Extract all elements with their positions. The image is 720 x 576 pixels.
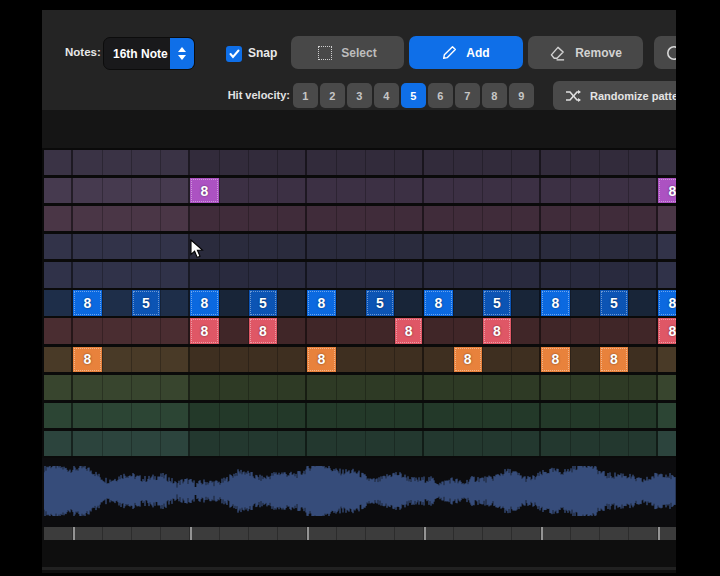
grid-cell[interactable]	[629, 150, 658, 175]
grid-cell[interactable]	[278, 375, 307, 400]
grid-cell[interactable]: 8	[73, 347, 102, 372]
grid-cell[interactable]	[161, 347, 190, 372]
grid-cell[interactable]	[249, 431, 278, 456]
grid-cell[interactable]	[44, 150, 73, 175]
velocity-button-5[interactable]: 5	[401, 83, 426, 108]
grid-cell[interactable]	[161, 206, 190, 231]
grid-cell[interactable]	[161, 262, 190, 287]
grid-cell[interactable]	[424, 431, 453, 456]
clipped-toolbar-button[interactable]	[654, 36, 676, 69]
grid-cell[interactable]	[395, 290, 424, 315]
grid-cell[interactable]: 8	[541, 347, 570, 372]
grid-cell[interactable]: 8	[483, 318, 512, 343]
grid-cell[interactable]	[337, 150, 366, 175]
grid-cell[interactable]	[103, 150, 132, 175]
grid-cell[interactable]: 5	[483, 290, 512, 315]
grid-cell[interactable]	[658, 375, 676, 400]
grid-cell[interactable]	[395, 262, 424, 287]
grid-cell[interactable]	[454, 431, 483, 456]
grid-cell[interactable]	[424, 375, 453, 400]
grid-cell[interactable]	[366, 347, 395, 372]
grid-cell[interactable]	[73, 234, 102, 259]
grid-cell[interactable]	[629, 206, 658, 231]
grid-cell[interactable]	[44, 234, 73, 259]
grid-cell[interactable]	[483, 206, 512, 231]
grid-cell[interactable]	[658, 431, 676, 456]
grid-cell[interactable]	[220, 347, 249, 372]
note-cell[interactable]: 5	[483, 290, 511, 315]
grid-cell[interactable]	[249, 347, 278, 372]
grid-cell[interactable]	[278, 262, 307, 287]
scrub-segment[interactable]	[395, 527, 424, 540]
grid-cell[interactable]	[337, 375, 366, 400]
grid-cell[interactable]	[658, 206, 676, 231]
scrub-segment[interactable]	[161, 527, 190, 540]
grid-cell[interactable]	[541, 318, 570, 343]
grid-cell[interactable]: 8	[73, 290, 102, 315]
grid-cell[interactable]	[73, 150, 102, 175]
grid-cell[interactable]	[454, 234, 483, 259]
grid-cell[interactable]	[629, 234, 658, 259]
grid-cell[interactable]: 8	[190, 178, 219, 203]
grid-cell[interactable]	[220, 431, 249, 456]
grid-cell[interactable]	[249, 234, 278, 259]
grid-cell[interactable]	[571, 403, 600, 428]
snap-checkbox[interactable]	[226, 46, 242, 62]
grid-cell[interactable]	[454, 206, 483, 231]
grid-cell[interactable]	[395, 178, 424, 203]
grid-cell[interactable]	[571, 431, 600, 456]
grid-cell[interactable]	[44, 206, 73, 231]
grid-cell[interactable]	[103, 375, 132, 400]
velocity-button-7[interactable]: 7	[455, 83, 480, 108]
grid-cell[interactable]	[278, 290, 307, 315]
note-cell[interactable]: 8	[190, 290, 218, 315]
grid-cell[interactable]	[541, 262, 570, 287]
grid-cell[interactable]	[454, 290, 483, 315]
scrub-segment[interactable]	[629, 527, 658, 540]
grid-cell[interactable]	[103, 403, 132, 428]
grid-cell[interactable]	[44, 403, 73, 428]
grid-cell[interactable]	[512, 290, 541, 315]
grid-cell[interactable]	[512, 347, 541, 372]
grid-cell[interactable]	[395, 150, 424, 175]
grid-cell[interactable]	[103, 234, 132, 259]
grid-cell[interactable]	[483, 431, 512, 456]
grid-cell[interactable]	[541, 178, 570, 203]
grid-cell[interactable]	[395, 403, 424, 428]
grid-cell[interactable]	[103, 262, 132, 287]
grid-cell[interactable]: 8	[307, 347, 336, 372]
grid-cell[interactable]	[278, 318, 307, 343]
grid-cell[interactable]	[337, 262, 366, 287]
grid-cell[interactable]	[132, 262, 161, 287]
grid-cell[interactable]	[454, 318, 483, 343]
grid-cell[interactable]: 5	[249, 290, 278, 315]
grid-cell[interactable]	[132, 431, 161, 456]
grid-cell[interactable]: 8	[541, 290, 570, 315]
grid-cell[interactable]	[366, 178, 395, 203]
velocity-button-8[interactable]: 8	[482, 83, 507, 108]
grid-cell[interactable]: 5	[600, 290, 629, 315]
grid-cell[interactable]	[571, 206, 600, 231]
grid-cell[interactable]: 8	[249, 318, 278, 343]
note-cell[interactable]: 5	[249, 290, 277, 315]
grid-cell[interactable]	[73, 375, 102, 400]
scrub-segment[interactable]	[337, 527, 366, 540]
grid-cell[interactable]	[512, 206, 541, 231]
grid-cell[interactable]	[220, 262, 249, 287]
velocity-button-4[interactable]: 4	[374, 83, 399, 108]
grid-cell[interactable]	[220, 178, 249, 203]
grid-cell[interactable]	[629, 262, 658, 287]
grid-cell[interactable]	[512, 262, 541, 287]
velocity-button-1[interactable]: 1	[293, 83, 318, 108]
grid-cell[interactable]	[190, 375, 219, 400]
grid-cell[interactable]	[512, 234, 541, 259]
grid-cell[interactable]	[220, 375, 249, 400]
remove-button[interactable]: Remove	[528, 36, 643, 69]
grid-cell[interactable]	[307, 403, 336, 428]
grid-cell[interactable]	[73, 206, 102, 231]
grid-cell[interactable]	[337, 178, 366, 203]
grid-cell[interactable]	[483, 347, 512, 372]
grid-cell[interactable]	[337, 347, 366, 372]
grid-cell[interactable]	[512, 150, 541, 175]
grid-cell[interactable]	[541, 403, 570, 428]
